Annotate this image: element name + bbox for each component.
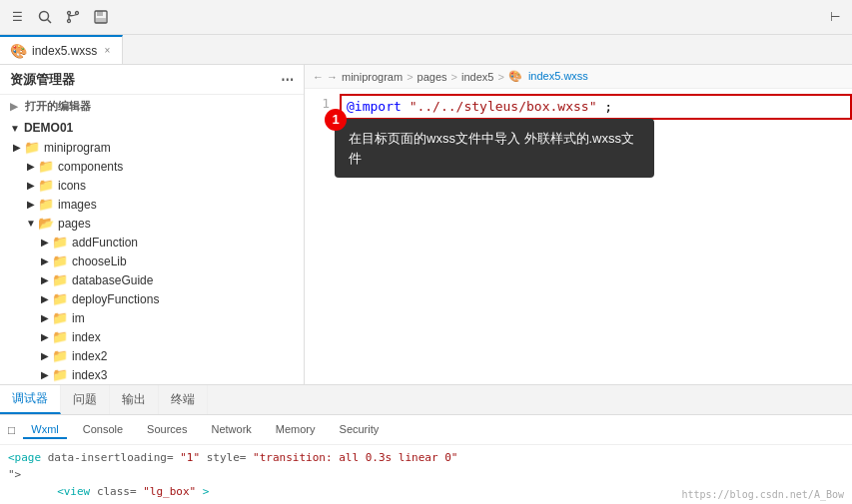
- folder-icon: 📁: [52, 329, 68, 344]
- toggle-sidebar-icon[interactable]: ⊢: [826, 8, 844, 26]
- menu-icon[interactable]: ☰: [8, 8, 26, 26]
- tree-item-images[interactable]: ▶ 📁 images: [0, 195, 304, 214]
- breadcrumb-pages[interactable]: pages: [418, 71, 447, 83]
- root-arrow: ▼: [10, 123, 20, 134]
- sidebar-header: 资源管理器 ⋯: [0, 65, 304, 95]
- tab-close-button[interactable]: ×: [102, 43, 112, 58]
- main-content: 资源管理器 ⋯ ▶ 打开的编辑器 ▼ DEMO01 ▶ 📁 miniprogra…: [0, 65, 852, 384]
- folder-icon: 📁: [38, 197, 54, 212]
- tree-item-components[interactable]: ▶ 📁 components: [0, 157, 304, 176]
- panel-icon: □: [8, 423, 15, 437]
- arrow-icon: ▶: [38, 237, 52, 248]
- folder-icon: 📁: [38, 178, 54, 193]
- search-icon[interactable]: [36, 8, 54, 26]
- folder-open-icon: 📂: [38, 216, 54, 231]
- panel-tab-console[interactable]: Console: [75, 421, 131, 439]
- branch-icon[interactable]: [64, 8, 82, 26]
- tooltip-text: 在目标页面的wxss文件中导入 外联样式的.wxss文件: [349, 131, 634, 166]
- tooltip-balloon: 1 在目标页面的wxss文件中导入 外联样式的.wxss文件: [335, 119, 654, 178]
- arrow-icon: ▶: [38, 331, 52, 342]
- arrow-icon: ▶: [24, 199, 38, 210]
- folder-icon: 📁: [52, 235, 68, 250]
- code-area[interactable]: 1 @import "../../styleus/box.wxss" ; 1 在…: [305, 89, 852, 384]
- sidebar-root[interactable]: ▼ DEMO01: [0, 118, 304, 138]
- tab-bar: 🎨 index5.wxss ×: [0, 35, 852, 65]
- nav-fwd-icon[interactable]: →: [327, 71, 338, 83]
- arrow-icon: ▶: [24, 180, 38, 191]
- svg-point-3: [68, 20, 71, 23]
- wxss-tab-icon: 🎨: [10, 43, 27, 59]
- watermark: https://blog.csdn.net/A_Bow: [681, 489, 844, 500]
- bottom-tabs: 调试器 问题 输出 终端: [0, 385, 852, 415]
- open-editors-label: 打开的编辑器: [25, 100, 91, 112]
- folder-icon: 📁: [38, 159, 54, 174]
- svg-rect-7: [97, 11, 103, 16]
- folder-icon: 📁: [52, 253, 68, 268]
- tree-area: ▶ 打开的编辑器 ▼ DEMO01 ▶ 📁 miniprogram ▶ 📁 co…: [0, 95, 304, 384]
- arrow-icon: ▶: [38, 274, 52, 285]
- panel-tab-memory[interactable]: Memory: [268, 421, 324, 439]
- sidebar: 资源管理器 ⋯ ▶ 打开的编辑器 ▼ DEMO01 ▶ 📁 miniprogra…: [0, 65, 305, 384]
- breadcrumb-bar: ← → miniprogram > pages > index5 > 🎨 ind…: [305, 65, 852, 89]
- arrow-icon: ▼: [24, 218, 38, 229]
- bottom-tab-panel: □ Wxml Console Sources Network Memory Se…: [0, 415, 852, 445]
- folder-icon: 📁: [52, 310, 68, 325]
- svg-line-1: [48, 20, 52, 24]
- file-tab-wxss[interactable]: 🎨 index5.wxss ×: [0, 35, 123, 64]
- svg-rect-8: [96, 18, 106, 23]
- tree-item-index[interactable]: ▶ 📁 index: [0, 327, 304, 346]
- tree-item-index2[interactable]: ▶ 📁 index2: [0, 346, 304, 365]
- svg-point-0: [40, 12, 49, 21]
- bc-sep-1: >: [407, 71, 413, 83]
- tree-item-miniprogram[interactable]: ▶ 📁 miniprogram: [0, 138, 304, 157]
- arrow-icon: ▶: [38, 312, 52, 323]
- panel-tab-network[interactable]: Network: [203, 421, 259, 439]
- arrow-icon: ▶: [38, 255, 52, 266]
- save-icon[interactable]: [92, 8, 110, 26]
- breadcrumb-miniprogram[interactable]: miniprogram: [342, 71, 403, 83]
- bottom-code-content: <page data-insertloading= "1" style= "tr…: [0, 445, 852, 504]
- more-options-icon[interactable]: ⋯: [281, 72, 294, 87]
- bottom-tab-terminal[interactable]: 终端: [159, 385, 208, 414]
- bottom-tab-output[interactable]: 输出: [110, 385, 159, 414]
- breadcrumb-file[interactable]: 🎨 index5.wxss: [508, 70, 588, 83]
- arrow-icon: ▶: [38, 369, 52, 380]
- panel-tab-security[interactable]: Security: [332, 421, 388, 439]
- arrow-icon: ▶: [38, 293, 52, 304]
- keyword-import: @import: [347, 99, 402, 114]
- breadcrumb-nav: ← →: [313, 71, 338, 83]
- folder-icon: 📁: [52, 272, 68, 287]
- tree-item-icons[interactable]: ▶ 📁 icons: [0, 176, 304, 195]
- tree-item-addFunction[interactable]: ▶ 📁 addFunction: [0, 233, 304, 252]
- editor-pane: ← → miniprogram > pages > index5 > 🎨 ind…: [305, 65, 852, 384]
- sidebar-header-icons: ⋯: [281, 72, 294, 87]
- code-line-1: 1 @import "../../styleus/box.wxss" ;: [305, 94, 852, 120]
- tree-item-pages[interactable]: ▼ 📂 pages: [0, 214, 304, 233]
- open-editors-section: ▶ 打开的编辑器: [0, 95, 304, 118]
- folder-icon: 📁: [52, 367, 68, 382]
- panel-tab-sources[interactable]: Sources: [139, 421, 195, 439]
- bottom-code-line-2: ">: [8, 466, 844, 483]
- svg-point-4: [76, 12, 79, 15]
- breadcrumb-file-icon: 🎨: [508, 70, 522, 82]
- tree-item-deployFunctions[interactable]: ▶ 📁 deployFunctions: [0, 289, 304, 308]
- breadcrumb-index5[interactable]: index5: [461, 71, 493, 83]
- arrow-icon: ▶: [38, 350, 52, 361]
- folder-icon: 📁: [52, 348, 68, 363]
- toolbar: ☰ ⊢: [0, 0, 852, 35]
- bottom-tab-problems[interactable]: 问题: [61, 385, 110, 414]
- folder-icon: 📁: [52, 291, 68, 306]
- tree-item-chooseLib[interactable]: ▶ 📁 chooseLib: [0, 252, 304, 270]
- tooltip-number: 1: [325, 109, 347, 131]
- tree-item-index3[interactable]: ▶ 📁 index3: [0, 365, 304, 384]
- string-value: "../../styleus/box.wxss": [410, 99, 597, 114]
- bottom-panel: 调试器 问题 输出 终端 □ Wxml Console Sources Netw…: [0, 384, 852, 504]
- panel-tab-wxml[interactable]: Wxml: [23, 421, 67, 439]
- svg-point-2: [68, 12, 71, 15]
- nav-back-icon[interactable]: ←: [313, 71, 324, 83]
- sidebar-title: 资源管理器: [10, 71, 75, 89]
- bottom-tab-debugger[interactable]: 调试器: [0, 385, 61, 414]
- tree-item-im[interactable]: ▶ 📁 im: [0, 308, 304, 327]
- tree-item-databaseGuide[interactable]: ▶ 📁 databaseGuide: [0, 270, 304, 289]
- arrow-icon: ▶: [10, 142, 24, 153]
